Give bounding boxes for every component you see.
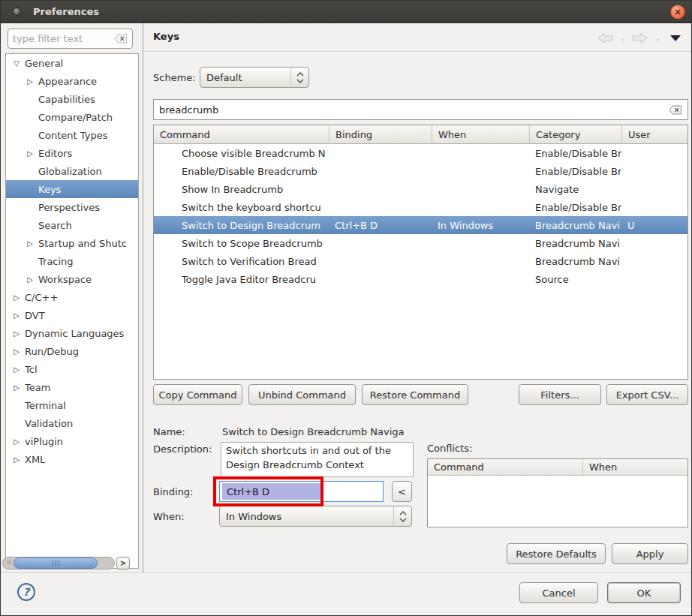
chevron-collapsed-icon[interactable]: ▷ [11, 347, 23, 356]
table-row[interactable]: Show In BreadcrumbNavigate [154, 180, 687, 198]
tree-item-startup-and-shutc[interactable]: ▷Startup and Shutc [6, 234, 138, 252]
chevron-collapsed-icon[interactable]: ▷ [11, 293, 23, 302]
tree-item-dvt[interactable]: ▷DVT [6, 306, 138, 324]
tree-item-perspectives[interactable]: Perspectives [6, 198, 138, 216]
tree-item-workspace[interactable]: ▷Workspace [6, 270, 138, 288]
conflicts-column-header-command[interactable]: Command [428, 459, 583, 475]
tree-item-run-debug[interactable]: ▷Run/Debug [6, 342, 138, 360]
tree-item-content-types[interactable]: Content Types [6, 126, 138, 144]
scheme-value: Default [200, 72, 290, 83]
scroll-left-icon[interactable]: < [6, 558, 12, 566]
tree-item-c-c[interactable]: ▷C/C++ [6, 288, 138, 306]
tree-item-label: Editors [38, 148, 72, 159]
tree-item-label: Content Types [38, 130, 107, 141]
tree-item-label: Terminal [25, 400, 66, 411]
chevron-collapsed-icon[interactable]: ▷ [11, 329, 23, 338]
chevron-collapsed-icon[interactable]: ▷ [11, 311, 23, 320]
table-row[interactable]: Toggle Java Editor BreadcruSource [154, 270, 687, 288]
cell-user [622, 234, 687, 252]
filters-button[interactable]: Filters... [519, 384, 601, 405]
copy-command-button[interactable]: Copy Command [153, 384, 242, 405]
tree-item-label: Tcl [25, 364, 38, 375]
restore-command-button[interactable]: Restore Command [362, 384, 468, 405]
command-filter-input[interactable]: breadcrumb [153, 99, 688, 120]
chevron-collapsed-icon[interactable]: ▷ [11, 383, 23, 392]
tree-item-compare-patch[interactable]: Compare/Patch [6, 108, 138, 126]
cell-when [432, 162, 530, 180]
chevron-collapsed-icon[interactable]: ▷ [24, 239, 36, 248]
tree-item-dynamic-languages[interactable]: ▷Dynamic Languages [6, 324, 138, 342]
apply-button[interactable]: Apply [612, 543, 688, 564]
chevron-collapsed-icon[interactable]: ▷ [24, 77, 36, 86]
conflicts-column-header-when[interactable]: When [583, 459, 687, 475]
preferences-tree: ▽General▷AppearanceCapabilitiesCompare/P… [5, 53, 139, 569]
title-bar[interactable]: Preferences × [1, 1, 692, 23]
table-row-selected[interactable]: Switch to Design BreadcrumCtrl+B DIn Win… [154, 216, 687, 234]
back-menu-chevron-icon[interactable]: ⌄ [620, 35, 626, 42]
close-button[interactable]: × [670, 5, 685, 20]
tree-item-viplugin[interactable]: ▷viPlugin [6, 432, 138, 450]
table-row[interactable]: Switch to Verification BreadBreadcrumb N… [154, 252, 687, 270]
tree-item-keys[interactable]: Keys [6, 180, 138, 198]
tree-item-terminal[interactable]: Terminal [6, 396, 138, 414]
clear-filter-icon[interactable] [114, 34, 128, 44]
table-row[interactable]: Enable/Disable BreadcrumbEnable/Disable … [154, 162, 687, 180]
cell-user [622, 162, 687, 180]
chevron-collapsed-icon[interactable]: ▷ [24, 275, 36, 284]
tree-item-tracing[interactable]: Tracing [6, 252, 138, 270]
chevron-collapsed-icon[interactable]: ▷ [11, 455, 23, 464]
column-header-command[interactable]: Command [154, 125, 329, 143]
tree-item-validation[interactable]: Validation [6, 414, 138, 432]
cell-binding [329, 270, 432, 288]
tree-item-team[interactable]: ▷Team [6, 378, 138, 396]
view-menu-icon[interactable] [670, 35, 681, 41]
tree-item-appearance[interactable]: ▷Appearance [6, 72, 138, 90]
column-header-when[interactable]: When [432, 125, 530, 143]
table-row[interactable]: Switch to Scope BreadcrumbBreadcrumb Nav… [154, 234, 687, 252]
binding-input[interactable]: Ctrl+B D [219, 481, 384, 502]
tree-item-search[interactable]: Search [6, 216, 138, 234]
window-menu-icon[interactable] [13, 8, 21, 16]
chevron-collapsed-icon[interactable]: ▷ [11, 437, 23, 446]
column-header-binding[interactable]: Binding [329, 125, 432, 143]
scroll-right-button[interactable]: > [116, 557, 130, 569]
scrollbar-track[interactable]: < [2, 557, 115, 569]
tree-item-label: Keys [38, 184, 61, 195]
tree-item-globalization[interactable]: Globalization [6, 162, 138, 180]
table-row[interactable]: Choose visible Breadcrumb NEnable/Disabl… [154, 144, 687, 162]
unbind-command-button[interactable]: Unbind Command [248, 384, 356, 405]
scheme-select[interactable]: Default [200, 67, 309, 88]
cancel-button[interactable]: Cancel [519, 582, 598, 603]
footer-separator [1, 572, 691, 573]
scrollbar-thumb[interactable] [14, 557, 98, 569]
tree-item-general[interactable]: ▽General [6, 54, 138, 72]
chevron-collapsed-icon[interactable]: ▷ [24, 149, 36, 158]
cell-command: Switch to Design Breadcrum [154, 216, 329, 234]
when-select[interactable]: In Windows [219, 506, 412, 527]
restore-defaults-button[interactable]: Restore Defaults [507, 543, 606, 564]
chevron-collapsed-icon[interactable]: ▷ [11, 365, 23, 374]
help-button[interactable]: ? [17, 583, 35, 601]
cell-binding [329, 162, 432, 180]
column-header-user[interactable]: User [622, 125, 687, 143]
back-arrow-icon[interactable] [597, 32, 613, 44]
clear-search-icon[interactable] [669, 105, 682, 115]
forward-menu-chevron-icon[interactable]: ⌄ [654, 35, 660, 42]
table-row[interactable]: Switch the keyboard shortcuEnable/Disabl… [154, 198, 687, 216]
chevron-expanded-icon[interactable]: ▽ [11, 59, 23, 68]
filter-input[interactable]: type filter text [8, 29, 133, 49]
ok-button[interactable]: OK [607, 582, 681, 603]
cell-command: Show In Breadcrumb [154, 180, 329, 198]
tree-item-editors[interactable]: ▷Editors [6, 144, 138, 162]
backspace-key-button[interactable]: < [392, 481, 412, 502]
tree-horizontal-scrollbar[interactable]: < > [2, 557, 130, 569]
description-label: Description: [153, 443, 212, 455]
forward-arrow-icon[interactable] [632, 32, 648, 44]
tree-item-capabilities[interactable]: Capabilities [6, 90, 138, 108]
column-header-category[interactable]: Category [530, 125, 622, 143]
cell-user [622, 270, 687, 288]
tree-item-xml[interactable]: ▷XML [6, 450, 138, 468]
tree-item-tcl[interactable]: ▷Tcl [6, 360, 138, 378]
export-csv-button[interactable]: Export CSV... [606, 384, 688, 405]
tree-item-label: Validation [25, 418, 73, 429]
